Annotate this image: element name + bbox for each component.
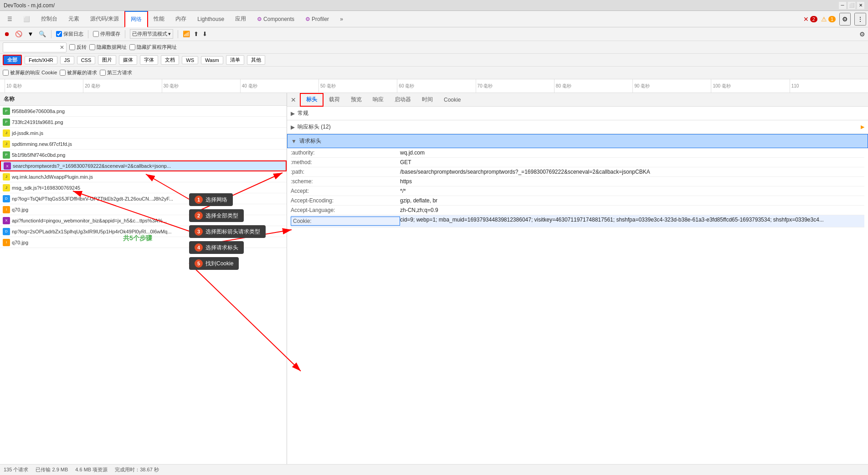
list-item-selected[interactable]: X searchpromptwords?_=1698300769222&scen… bbox=[0, 160, 287, 171]
timeline-label-20: 20 毫秒 bbox=[83, 79, 161, 93]
tab-memory[interactable]: 内存 bbox=[170, 11, 192, 27]
tab-response[interactable]: 响应 bbox=[367, 93, 389, 107]
filter-img[interactable]: 图片 bbox=[98, 55, 116, 65]
filter-font[interactable]: 字体 bbox=[140, 55, 158, 65]
throttle-select[interactable]: 已停用节流模式 ▾ bbox=[130, 29, 173, 39]
maximize-btn[interactable]: ⬜ bbox=[848, 2, 855, 9]
download-icon[interactable]: ⬇ bbox=[202, 31, 207, 37]
hide-data-url-label[interactable]: 隐藏数据网址 bbox=[89, 44, 127, 51]
request-list[interactable]: P f958b896e706008a.png P 733fc24191fa968… bbox=[0, 106, 287, 464]
close-btn[interactable]: ✕ bbox=[857, 2, 864, 9]
invert-checkbox[interactable] bbox=[69, 44, 75, 50]
tab-inspect[interactable]: ☰ bbox=[2, 11, 18, 27]
response-headers-section-header[interactable]: ▶ 响应标头 (12) ▶ bbox=[287, 120, 868, 134]
filter-js[interactable]: JS bbox=[60, 56, 74, 64]
general-section-header[interactable]: ▶ 常规 bbox=[287, 107, 868, 120]
blocked-cookies-checkbox[interactable] bbox=[3, 70, 9, 76]
clear-search-btn[interactable]: ✕ bbox=[60, 44, 64, 51]
header-key: Accept-Encoding: bbox=[291, 197, 400, 204]
blocked-requests-label[interactable]: 被屏蔽的请求 bbox=[60, 69, 97, 76]
filter-fetch-xhr[interactable]: Fetch/XHR bbox=[25, 56, 57, 64]
header-key-cookie: Cookie: bbox=[291, 217, 400, 226]
filter-btn[interactable]: ▼ bbox=[26, 30, 35, 38]
hide-data-url-checkbox[interactable] bbox=[89, 44, 95, 50]
tab-console[interactable]: 控制台 bbox=[36, 11, 63, 27]
filter-media[interactable]: 媒体 bbox=[119, 55, 137, 65]
settings-btn[interactable]: ⚙ bbox=[839, 13, 851, 26]
tab-headers[interactable]: 标头 bbox=[300, 93, 324, 107]
blocked-requests-checkbox[interactable] bbox=[60, 70, 66, 76]
details-tabs: ✕ 标头 载荷 预览 响应 启动器 时间 Cookie bbox=[287, 93, 868, 107]
filter-manifest[interactable]: 清单 bbox=[226, 55, 244, 65]
blocked-cookies-label[interactable]: 被屏蔽的响应 Cookie bbox=[3, 69, 57, 76]
request-headers-title: 请求标头 bbox=[299, 137, 321, 145]
tab-network[interactable]: 网络 bbox=[124, 11, 148, 27]
list-item[interactable]: P 733fc24191fa9681.png bbox=[0, 117, 287, 128]
timeline-label-30: 30 毫秒 bbox=[162, 79, 240, 93]
list-item[interactable]: P f958b896e706008a.png bbox=[0, 106, 287, 117]
tab-sources[interactable]: 源代码/来源 bbox=[85, 11, 124, 27]
filter-row: ✕ 反转 隐藏数据网址 隐藏扩展程序网址 bbox=[0, 41, 868, 54]
filter-wasm[interactable]: Wasm bbox=[201, 56, 223, 64]
list-item[interactable]: I q70.jpg bbox=[0, 204, 287, 215]
header-key: :authority: bbox=[291, 150, 400, 156]
list-item[interactable]: X api?functionId=pingou_webmonitor_biz&a… bbox=[0, 215, 287, 226]
more-options-btn[interactable]: ⋮ bbox=[854, 13, 866, 26]
header-row-cookie: Cookie: cid=9; webp=1; mba_muid=16937934… bbox=[291, 215, 864, 227]
filter-doc[interactable]: 文档 bbox=[161, 55, 179, 65]
upload-icon[interactable]: ⬆ bbox=[194, 31, 199, 37]
disable-cache-checkbox[interactable] bbox=[93, 31, 99, 37]
minimize-btn[interactable]: ─ bbox=[839, 2, 846, 9]
filter-ws[interactable]: WS bbox=[182, 56, 198, 64]
third-party-label[interactable]: 第三方请求 bbox=[100, 69, 132, 76]
tab-profiler[interactable]: ⚙Profiler bbox=[300, 11, 334, 27]
tab-device[interactable]: ⬜ bbox=[18, 11, 36, 27]
separator-3 bbox=[125, 30, 125, 38]
hide-extension-url-checkbox[interactable] bbox=[129, 44, 135, 50]
request-list-panel: 名称 P f958b896e706008a.png P 733fc24191fa… bbox=[0, 93, 287, 464]
tab-preview[interactable]: 预览 bbox=[345, 93, 367, 107]
tab-timing[interactable]: 时间 bbox=[416, 93, 438, 107]
header-row-accept-encoding: Accept-Encoding: gzip, deflate, br bbox=[291, 196, 864, 206]
tab-application[interactable]: 应用 bbox=[230, 11, 252, 27]
disable-cache-label[interactable]: 停用缓存 bbox=[93, 31, 120, 37]
clear-btn[interactable]: 🚫 bbox=[15, 30, 23, 38]
list-item[interactable]: J spdtimming.new.6f7cf1fd.js bbox=[0, 139, 287, 150]
network-settings-icon[interactable]: ⚙ bbox=[859, 31, 865, 38]
nav-tabs: ☰ ⬜ 控制台 元素 源代码/来源 网络 性能 内存 Lighthouse 应用… bbox=[0, 11, 868, 27]
search-input-wrap: ✕ bbox=[3, 42, 67, 52]
timeline-label-50: 50 毫秒 bbox=[318, 79, 397, 93]
record-btn[interactable]: ⏺ bbox=[3, 30, 11, 38]
tab-components[interactable]: ⚙Components bbox=[252, 11, 300, 27]
hide-extension-url-label[interactable]: 隐藏扩展程序网址 bbox=[129, 44, 177, 51]
tab-more[interactable]: » bbox=[334, 11, 349, 27]
timeline-label-10: 10 毫秒 bbox=[5, 79, 83, 93]
wifi-icon: 📶 bbox=[183, 31, 190, 37]
preserve-log-checkbox[interactable] bbox=[56, 31, 62, 37]
type-filter-row: 全部 Fetch/XHR JS CSS 图片 媒体 字体 文档 WS Wasm … bbox=[0, 54, 868, 67]
request-headers-section[interactable]: ▼ 请求标头 bbox=[287, 134, 868, 148]
tab-initiator[interactable]: 启动器 bbox=[389, 93, 416, 107]
timeline-label-100: 100 毫秒 bbox=[711, 79, 789, 93]
filter-other[interactable]: 其他 bbox=[247, 55, 265, 65]
invert-label[interactable]: 反转 bbox=[69, 44, 87, 51]
tab-payload[interactable]: 载荷 bbox=[324, 93, 345, 107]
list-item[interactable]: D np?log=TsQkPTtqGsS5JFDffHbxV-GPZTtkEb2… bbox=[0, 193, 287, 204]
list-item[interactable]: J wq.imk.launchJdWxappPlugin.min.js bbox=[0, 171, 287, 182]
filter-all[interactable]: 全部 bbox=[3, 55, 22, 65]
tab-lighthouse[interactable]: Lighthouse bbox=[192, 11, 230, 27]
preserve-log-label[interactable]: 保留日志 bbox=[56, 31, 83, 37]
list-item[interactable]: P 5b1f9b5fNf746c0bd.png bbox=[0, 150, 287, 160]
tab-elements[interactable]: 元素 bbox=[63, 11, 85, 27]
filter-css[interactable]: CSS bbox=[77, 56, 96, 64]
tab-cookies[interactable]: Cookie bbox=[438, 93, 466, 107]
search-btn[interactable]: 🔍 bbox=[38, 30, 46, 38]
search-input[interactable] bbox=[5, 44, 58, 51]
timeline-label-60: 60 毫秒 bbox=[397, 79, 475, 93]
third-party-checkbox[interactable] bbox=[100, 70, 106, 76]
close-panel-btn[interactable]: ✕ bbox=[289, 94, 298, 105]
timeline-label-110: 110 bbox=[790, 79, 868, 93]
list-item[interactable]: J msg_sdk.js?t=1698300769245 bbox=[0, 182, 287, 193]
list-item[interactable]: J jd-jssdk.min.js bbox=[0, 128, 287, 139]
tab-performance[interactable]: 性能 bbox=[148, 11, 170, 27]
